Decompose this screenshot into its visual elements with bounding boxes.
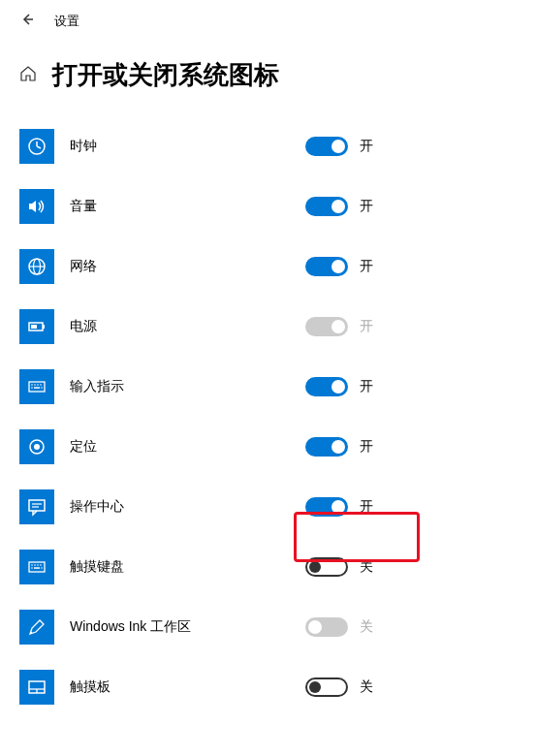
toggle-ink bbox=[305, 617, 348, 637]
setting-row-action_center: 操作中心开 bbox=[19, 477, 518, 537]
app-title: 设置 bbox=[54, 13, 79, 30]
svg-rect-29 bbox=[34, 567, 40, 569]
svg-point-14 bbox=[40, 384, 42, 386]
toggle-volume[interactable] bbox=[305, 197, 348, 216]
svg-point-28 bbox=[31, 567, 33, 569]
svg-point-13 bbox=[37, 384, 39, 386]
back-button[interactable] bbox=[19, 12, 35, 31]
toggle-state-label-location: 开 bbox=[360, 438, 373, 456]
target-icon bbox=[19, 429, 54, 464]
volume-icon bbox=[19, 189, 54, 224]
toggle-location[interactable] bbox=[305, 437, 348, 457]
setting-row-volume: 音量开 bbox=[19, 176, 518, 236]
setting-label-clock: 时钟 bbox=[70, 138, 97, 155]
toggle-state-label-volume: 开 bbox=[360, 198, 373, 215]
toggle-state-label-action_center: 开 bbox=[360, 498, 373, 516]
svg-rect-8 bbox=[43, 325, 45, 329]
svg-line-3 bbox=[37, 146, 41, 148]
setting-label-location: 定位 bbox=[70, 438, 97, 456]
globe-icon bbox=[19, 249, 54, 284]
setting-label-power: 电源 bbox=[70, 318, 97, 335]
svg-rect-16 bbox=[34, 387, 40, 389]
toggle-power bbox=[305, 317, 348, 336]
setting-row-location: 定位开 bbox=[19, 417, 518, 477]
setting-label-input: 输入指示 bbox=[70, 378, 124, 395]
svg-point-26 bbox=[37, 564, 39, 566]
setting-label-action_center: 操作中心 bbox=[70, 498, 124, 516]
toggle-state-label-network: 开 bbox=[360, 258, 373, 275]
battery-icon bbox=[19, 309, 54, 344]
svg-rect-9 bbox=[31, 325, 37, 329]
svg-rect-23 bbox=[29, 562, 45, 572]
setting-row-network: 网络开 bbox=[19, 236, 518, 297]
svg-point-12 bbox=[34, 384, 36, 386]
message-icon bbox=[19, 489, 54, 524]
toggle-action_center[interactable] bbox=[305, 497, 348, 517]
setting-row-ink: Windows Ink 工作区关 bbox=[19, 597, 518, 657]
svg-rect-10 bbox=[29, 382, 45, 392]
svg-point-27 bbox=[40, 564, 42, 566]
svg-point-11 bbox=[31, 384, 33, 386]
setting-row-touchpad: 触摸板关 bbox=[19, 657, 518, 717]
svg-rect-20 bbox=[29, 500, 45, 511]
keyboard-icon bbox=[19, 369, 54, 404]
setting-row-touch_keyboard: 触摸键盘关 bbox=[19, 537, 518, 597]
toggle-state-label-touchpad: 关 bbox=[360, 678, 373, 696]
touchpad-icon bbox=[19, 670, 54, 705]
home-button[interactable] bbox=[19, 65, 37, 86]
setting-label-touch_keyboard: 触摸键盘 bbox=[70, 558, 124, 576]
setting-row-input: 输入指示开 bbox=[19, 357, 518, 417]
toggle-touch_keyboard[interactable] bbox=[305, 557, 348, 577]
setting-label-ink: Windows Ink 工作区 bbox=[70, 618, 191, 636]
svg-point-15 bbox=[31, 387, 33, 389]
svg-point-24 bbox=[31, 564, 33, 566]
setting-row-power: 电源开 bbox=[19, 297, 518, 357]
svg-point-30 bbox=[41, 567, 43, 569]
toggle-state-label-input: 开 bbox=[360, 378, 373, 395]
setting-label-network: 网络 bbox=[70, 258, 97, 275]
clock-icon bbox=[19, 129, 54, 164]
setting-row-clock: 时钟开 bbox=[19, 116, 518, 176]
toggle-state-label-ink: 关 bbox=[360, 618, 373, 636]
toggle-touchpad[interactable] bbox=[305, 677, 348, 697]
toggle-state-label-clock: 开 bbox=[360, 138, 373, 155]
toggle-state-label-touch_keyboard: 关 bbox=[360, 558, 373, 576]
toggle-state-label-power: 开 bbox=[360, 318, 373, 335]
toggle-network[interactable] bbox=[305, 257, 348, 276]
setting-label-touchpad: 触摸板 bbox=[70, 678, 111, 696]
toggle-clock[interactable] bbox=[305, 137, 348, 156]
svg-point-25 bbox=[34, 564, 36, 566]
svg-point-19 bbox=[34, 444, 40, 450]
toggle-input[interactable] bbox=[305, 377, 348, 396]
svg-point-17 bbox=[41, 387, 43, 389]
keyboard-icon bbox=[19, 550, 54, 584]
setting-label-volume: 音量 bbox=[70, 198, 97, 215]
pen-icon bbox=[19, 610, 54, 645]
page-title: 打开或关闭系统图标 bbox=[52, 58, 279, 92]
